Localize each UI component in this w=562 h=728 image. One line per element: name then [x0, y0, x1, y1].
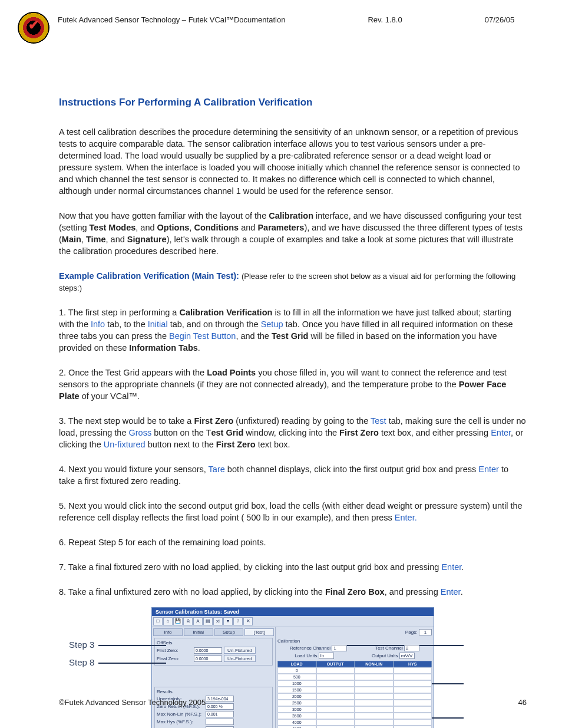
- step-6: 6. Repeat Step 5 for each of the remaini…: [59, 536, 527, 548]
- grid-row[interactable]: 4000: [277, 719, 432, 726]
- tab-info[interactable]: Info: [153, 628, 183, 636]
- window-toolbar: □ ⌂ 💾 ⎙ A ▤ xl ▾ ? ✕: [152, 616, 434, 627]
- first-zero-input[interactable]: 0.0000: [194, 647, 222, 654]
- refch-select[interactable]: 1: [332, 645, 347, 651]
- step-1: 1. The first step in performing a Calibr…: [59, 307, 527, 354]
- maxnonlin-value: 0.001: [206, 711, 234, 717]
- loadunits-select[interactable]: lb: [319, 653, 334, 659]
- example-heading: Example Calibration Verification (Main T…: [59, 270, 527, 294]
- toolbar-save-icon[interactable]: 💾: [173, 617, 183, 625]
- toolbar-close-icon[interactable]: ✕: [243, 617, 253, 625]
- grid-row[interactable]: 1500: [277, 687, 432, 693]
- step-4: 4. Next you would fixture your sensors, …: [59, 463, 527, 487]
- first-zero-label: First Zero:: [157, 648, 192, 653]
- toolbar-new-icon[interactable]: □: [153, 617, 163, 625]
- offsets-group: OffSets First Zero: 0.0000 Un-Fixtured F…: [154, 638, 273, 666]
- offsets-label: OffSets: [157, 640, 270, 645]
- grid-row[interactable]: 1000: [277, 680, 432, 687]
- maxhys-label: Max Hys (%F.S.):: [157, 719, 204, 724]
- grid-row[interactable]: 500: [277, 674, 432, 680]
- maxnonlin-label: Max Non-Lin (%F.S.):: [157, 711, 204, 717]
- callout-step5: Step 5: [452, 678, 562, 688]
- tab-initial[interactable]: Initial: [184, 628, 213, 636]
- step-8: 8. Take a final unfixtured zero with no …: [59, 586, 527, 598]
- outunits-label: Output Units: [372, 653, 398, 658]
- testch-label: Test Channel: [375, 645, 403, 651]
- right-panel: Page: 1 Calibration Reference Channel 1 …: [276, 627, 434, 728]
- toolbar-excel-icon[interactable]: xl: [213, 617, 223, 625]
- grid-row[interactable]: 3000: [277, 706, 432, 713]
- page-label: Page:: [405, 630, 418, 635]
- paragraph-intro: A test cell calibration describes the pr…: [59, 126, 527, 197]
- toolbar-open-icon[interactable]: ⌂: [163, 617, 173, 625]
- header-rev: Rev. 1.8.0: [368, 15, 402, 24]
- unfixtured-button[interactable]: Un-Fixtured: [224, 647, 256, 654]
- tab-test[interactable]: [Test]: [244, 628, 274, 636]
- leader-line: [98, 663, 166, 664]
- page-title: Instructions For Performing A Calibratio…: [59, 97, 527, 108]
- header-date: 07/26/05: [485, 15, 515, 24]
- toolbar-chart-icon[interactable]: ▤: [203, 617, 213, 625]
- step-5: 5. Next you would click into the second …: [59, 500, 527, 523]
- tab-setup[interactable]: Setup: [214, 628, 244, 636]
- step-2: 2. Once the Test Grid appears with the L…: [59, 367, 527, 402]
- footer-copyright: ©Futek Advanced Sensor Technology 2005: [59, 698, 206, 707]
- toolbar-print-icon[interactable]: ⎙: [183, 617, 193, 625]
- step-3: 3. The next step would be to take a Firs…: [59, 415, 527, 450]
- loadunits-label: Load Units: [295, 653, 317, 658]
- vcal-logo-icon: [18, 12, 49, 44]
- grid-header: LOADOUTPUTNON-LINHYS: [277, 661, 432, 667]
- window-titlebar: Sensor Calibration Status: Saved: [152, 608, 434, 616]
- sensor-calibration-window: Sensor Calibration Status: Saved □ ⌂ 💾 ⎙…: [151, 607, 434, 728]
- left-panel: Info Initial Setup [Test] OffSets First …: [152, 627, 276, 728]
- maxhys-value: [206, 719, 234, 725]
- calibration-label: Calibration: [277, 638, 432, 644]
- final-zero-input[interactable]: 0.0000: [194, 655, 222, 662]
- footer-page-number: 46: [518, 698, 527, 707]
- page-footer: ©Futek Advanced Sensor Technology 2005 4…: [59, 698, 527, 707]
- callout-step8: Step 8: [69, 657, 94, 667]
- final-zero-label: Final Zero:: [157, 656, 192, 661]
- callout-step7: Step7: [452, 712, 562, 722]
- toolbar-help-icon[interactable]: ?: [233, 617, 243, 625]
- leader-line: [98, 645, 166, 646]
- grid-row[interactable]: 4500: [277, 726, 432, 728]
- page-input[interactable]: 1: [419, 629, 432, 635]
- grid-row[interactable]: 0: [277, 667, 432, 674]
- header-left: Futek Advanced Sensor Technology – Futek…: [58, 15, 285, 24]
- unfixtured-button[interactable]: Un-Fixtured: [224, 655, 256, 662]
- step-7: 7. Take a final fixtured zero with no lo…: [59, 561, 527, 573]
- toolbar-dropdown-icon[interactable]: ▾: [223, 617, 233, 625]
- grid-row[interactable]: 3500: [277, 713, 432, 719]
- results-label: Results: [157, 689, 270, 694]
- outunits-select[interactable]: mV/V: [399, 653, 415, 659]
- page-header: Futek Advanced Sensor Technology – Futek…: [18, 12, 527, 44]
- refch-label: Reference Channel: [290, 645, 330, 651]
- toolbar-bold-icon[interactable]: A: [193, 617, 203, 625]
- screenshot-figure: Step 3 Step 8 Step 4 Step 5 Step7 Sensor…: [151, 607, 434, 728]
- testch-select[interactable]: 2: [404, 645, 419, 651]
- callout-step4: Step 4: [452, 640, 562, 650]
- callout-step3: Step 3: [69, 640, 94, 650]
- paragraph-layout: Now that you have gotten familiar with t…: [59, 210, 527, 257]
- results-group: Results Uncertainty:3.194e-004 Zero Retu…: [154, 687, 273, 728]
